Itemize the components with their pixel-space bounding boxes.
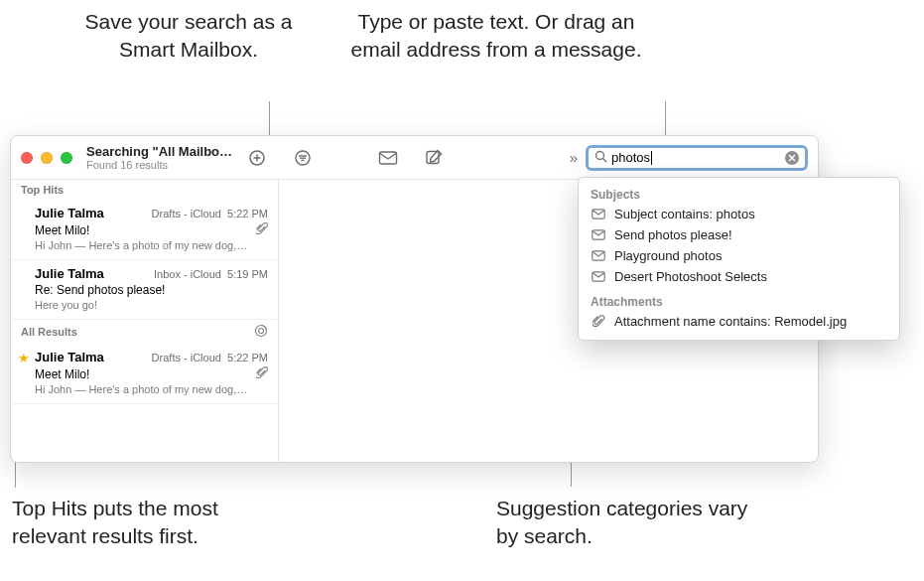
- search-field[interactable]: photos: [586, 145, 808, 171]
- message-sender: Julie Talma: [35, 206, 104, 220]
- message-subject: Re: Send photos please!: [35, 283, 165, 297]
- window-subtitle: Found 16 results: [86, 159, 240, 171]
- message-subject: Meet Milo!: [35, 367, 89, 381]
- envelope-icon: [591, 209, 606, 219]
- message-sender: Julie Talma: [35, 350, 104, 364]
- window-controls: [21, 152, 72, 164]
- suggestions-header-subjects: Subjects: [579, 184, 899, 204]
- callout-tophits: Top Hits puts the most relevant results …: [12, 495, 270, 551]
- message-subject: Meet Milo!: [35, 223, 89, 237]
- suggestion-item[interactable]: Send photos please!: [579, 224, 899, 245]
- clear-search-button[interactable]: [785, 151, 799, 165]
- callout-smartmailbox: Save your search as a Smart Mailbox.: [79, 8, 298, 65]
- envelope-icon: [591, 271, 606, 282]
- message-preview: Hi John — Here's a photo of my new dog,…: [35, 383, 268, 395]
- text-cursor: [651, 151, 652, 165]
- message-sender: Julie Talma: [35, 266, 104, 281]
- suggestion-item[interactable]: Desert Photoshoot Selects: [579, 266, 899, 287]
- message-item[interactable]: Julie Talma Drafts - iCloud 5:22 PM Meet…: [11, 200, 278, 260]
- search-text-value: photos: [611, 150, 650, 165]
- message-mailbox: Inbox - iCloud: [154, 268, 221, 280]
- paperclip-icon: [591, 315, 606, 328]
- message-time: 5:19 PM: [227, 268, 268, 280]
- save-search-button[interactable]: [246, 147, 268, 169]
- titlebar: Searching "All Mailbo… Found 16 results …: [11, 136, 818, 180]
- flag-star-icon: ★: [18, 351, 30, 365]
- suggestion-text: Attachment name contains: Remodel.jpg: [614, 314, 847, 329]
- message-item[interactable]: Julie Talma Inbox - iCloud 5:19 PM Re: S…: [11, 260, 278, 320]
- attachment-icon: [256, 366, 268, 381]
- message-time: 5:22 PM: [227, 352, 268, 363]
- attachment-icon: [256, 222, 268, 237]
- callout-searchfield: Type or paste text. Or drag an email add…: [347, 8, 645, 65]
- section-label: Top Hits: [21, 184, 64, 196]
- message-mailbox: Drafts - iCloud: [152, 208, 221, 219]
- svg-point-14: [259, 329, 264, 334]
- suggestion-item[interactable]: Playground photos: [579, 245, 899, 266]
- envelope-button[interactable]: [377, 147, 399, 169]
- message-item[interactable]: ★ Julie Talma Drafts - iCloud 5:22 PM Me…: [11, 344, 278, 404]
- svg-rect-7: [380, 152, 397, 164]
- minimize-button[interactable]: [41, 152, 53, 164]
- envelope-icon: [591, 229, 606, 240]
- section-label: All Results: [21, 326, 77, 338]
- suggestion-item[interactable]: Subject contains: photos: [579, 204, 899, 224]
- suggestion-item[interactable]: Attachment name contains: Remodel.jpg: [579, 311, 899, 332]
- filter-button[interactable]: [292, 147, 314, 169]
- overflow-icon[interactable]: »: [570, 149, 578, 166]
- message-time: 5:22 PM: [227, 208, 268, 219]
- toolbar: [246, 147, 445, 169]
- shortcut-icon[interactable]: [254, 324, 268, 340]
- leader-line: [665, 101, 666, 137]
- zoom-button[interactable]: [61, 152, 72, 164]
- close-button[interactable]: [21, 152, 33, 164]
- title-block: Searching "All Mailbo… Found 16 results: [86, 144, 240, 171]
- section-top-hits: Top Hits: [11, 180, 278, 200]
- window-title: Searching "All Mailbo…: [86, 144, 240, 159]
- suggestion-text: Desert Photoshoot Selects: [614, 269, 767, 284]
- suggestions-header-attachments: Attachments: [579, 291, 899, 311]
- message-list: Top Hits Julie Talma Drafts - iCloud 5:2…: [11, 180, 279, 462]
- section-all-results: All Results: [11, 320, 278, 344]
- search-suggestions-popover: Subjects Subject contains: photos Send p…: [578, 177, 900, 341]
- callout-suggestions: Suggestion categories vary by search.: [496, 495, 754, 551]
- message-preview: Hi John — Here's a photo of my new dog,…: [35, 239, 268, 251]
- suggestion-text: Send photos please!: [614, 227, 732, 242]
- suggestion-text: Subject contains: photos: [614, 207, 755, 221]
- message-mailbox: Drafts - iCloud: [152, 352, 221, 363]
- message-preview: Here you go!: [35, 299, 268, 311]
- envelope-icon: [591, 250, 606, 261]
- compose-button[interactable]: [423, 147, 445, 169]
- svg-line-10: [603, 158, 607, 162]
- suggestion-text: Playground photos: [614, 248, 722, 263]
